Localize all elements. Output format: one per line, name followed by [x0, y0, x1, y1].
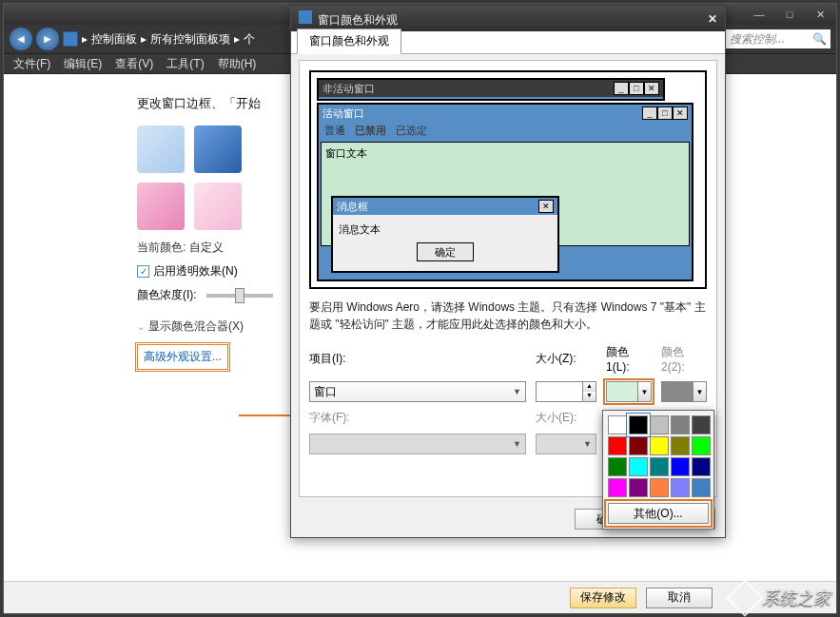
preview-messagebox: 消息框✕ 消息文本 确定: [331, 196, 559, 273]
palette-swatch[interactable]: [608, 436, 627, 455]
cp-search-input[interactable]: 搜索控制... 🔍: [726, 29, 830, 48]
cp-max-button[interactable]: □: [777, 7, 802, 22]
breadcrumb-root[interactable]: 控制面板: [91, 31, 137, 48]
chevron-down-icon[interactable]: ▼: [693, 382, 706, 401]
palette-swatch[interactable]: [608, 457, 627, 476]
dialog-icon: [299, 10, 312, 24]
color2-button[interactable]: ▼: [661, 381, 707, 402]
intensity-slider[interactable]: [206, 294, 273, 298]
size-spinner[interactable]: ▲▼: [536, 381, 596, 402]
chevron-down-icon[interactable]: ▼: [637, 382, 651, 401]
palette-swatch[interactable]: [692, 478, 711, 497]
watermark-logo-icon: [726, 579, 764, 617]
color-swatch-pink2[interactable]: [194, 183, 242, 230]
control-panel-icon: [63, 31, 78, 47]
dialog-close-button[interactable]: ✕: [708, 12, 717, 26]
spin-down-icon[interactable]: ▼: [582, 392, 596, 401]
color-palette-popup: 其他(O)...: [602, 410, 714, 530]
color-swatch-lightblue[interactable]: [137, 125, 185, 173]
font-label: 字体(F):: [309, 410, 526, 426]
preview-window-controls: _□✕: [614, 82, 659, 95]
menu-view[interactable]: 查看(V): [115, 56, 153, 72]
checkbox-icon: ✓: [137, 265, 149, 278]
palette-other-button[interactable]: 其他(O)...: [608, 503, 709, 524]
watermark: 系统之家: [732, 585, 830, 611]
slider-thumb[interactable]: [235, 288, 244, 303]
palette-swatch[interactable]: [608, 478, 627, 497]
chevron-down-icon: ▼: [513, 387, 521, 396]
nav-forward-button[interactable]: ►: [36, 28, 59, 50]
font-combo: ▼: [309, 434, 526, 454]
item-label: 项目(I):: [309, 351, 526, 367]
color-swatch-pink1[interactable]: [137, 183, 185, 230]
breadcrumb-l1[interactable]: 所有控制面板项: [150, 31, 230, 48]
palette-swatch[interactable]: [671, 457, 690, 476]
preview-area: 非活动窗口 _□✕ 活动窗口 _□✕ 普通 已禁用 已选定 窗口文本 消息框✕: [309, 70, 707, 289]
chevron-down-icon: ⌄: [137, 321, 145, 332]
cp-footer: 保存修改 取消: [4, 581, 836, 613]
palette-swatch[interactable]: [650, 415, 669, 434]
breadcrumb-l2[interactable]: 个: [244, 31, 255, 48]
menu-file[interactable]: 文件(F): [13, 56, 50, 72]
advanced-appearance-link[interactable]: 高级外观设置...: [137, 344, 228, 370]
palette-swatch[interactable]: [629, 415, 648, 434]
dialog-tabs: 窗口颜色和外观: [291, 31, 725, 54]
preview-ok-button: 确定: [417, 242, 474, 261]
palette-grid: [608, 415, 709, 497]
spin-up-icon[interactable]: ▲: [582, 382, 596, 392]
preview-client-area: 窗口文本 消息框✕ 消息文本 确定: [321, 142, 690, 246]
color2-swatch: [662, 382, 693, 401]
menu-help[interactable]: 帮助(H): [218, 56, 257, 72]
size2-label: 大小(E):: [536, 410, 596, 426]
cancel-button[interactable]: 取消: [646, 588, 713, 608]
palette-swatch[interactable]: [671, 478, 690, 497]
palette-swatch[interactable]: [629, 478, 648, 497]
nav-back-button[interactable]: ◄: [10, 28, 32, 50]
color2-label: 颜色 2(2):: [661, 344, 707, 374]
size-label: 大小(Z):: [536, 351, 596, 367]
preview-active-window: 活动窗口 _□✕ 普通 已禁用 已选定 窗口文本 消息框✕ 消息文本 确定: [317, 103, 693, 281]
palette-swatch[interactable]: [650, 478, 669, 497]
intensity-label: 颜色浓度(I):: [137, 287, 197, 303]
dialog-note: 要启用 Windows Aero，请选择 Windows 主题。只有选择 Win…: [309, 299, 707, 333]
cp-min-button[interactable]: —: [747, 7, 772, 22]
cp-close-button[interactable]: ✕: [808, 7, 832, 22]
palette-swatch[interactable]: [692, 457, 711, 476]
palette-swatch[interactable]: [650, 436, 669, 455]
search-icon[interactable]: 🔍: [812, 32, 827, 46]
color1-swatch: [607, 382, 637, 401]
save-button[interactable]: 保存修改: [570, 588, 636, 608]
size2-combo: ▼: [536, 434, 596, 454]
palette-swatch[interactable]: [671, 415, 690, 434]
palette-swatch[interactable]: [629, 457, 648, 476]
menu-edit[interactable]: 编辑(E): [64, 56, 102, 72]
palette-swatch[interactable]: [608, 415, 627, 434]
preview-window-controls: _□✕: [642, 106, 688, 120]
color1-label: 颜色 1(L):: [606, 344, 652, 374]
palette-swatch[interactable]: [629, 436, 648, 455]
palette-swatch[interactable]: [650, 457, 669, 476]
tab-color-appearance[interactable]: 窗口颜色和外观: [297, 29, 401, 54]
palette-swatch[interactable]: [692, 415, 711, 434]
item-combo[interactable]: 窗口▼: [309, 381, 526, 402]
palette-swatch[interactable]: [671, 436, 690, 455]
preview-inactive-window: 非活动窗口 _□✕: [317, 78, 665, 101]
color-swatch-blue[interactable]: [194, 125, 242, 173]
color1-button[interactable]: ▼: [606, 381, 652, 402]
menu-tools[interactable]: 工具(T): [166, 56, 204, 72]
palette-swatch[interactable]: [692, 436, 711, 455]
